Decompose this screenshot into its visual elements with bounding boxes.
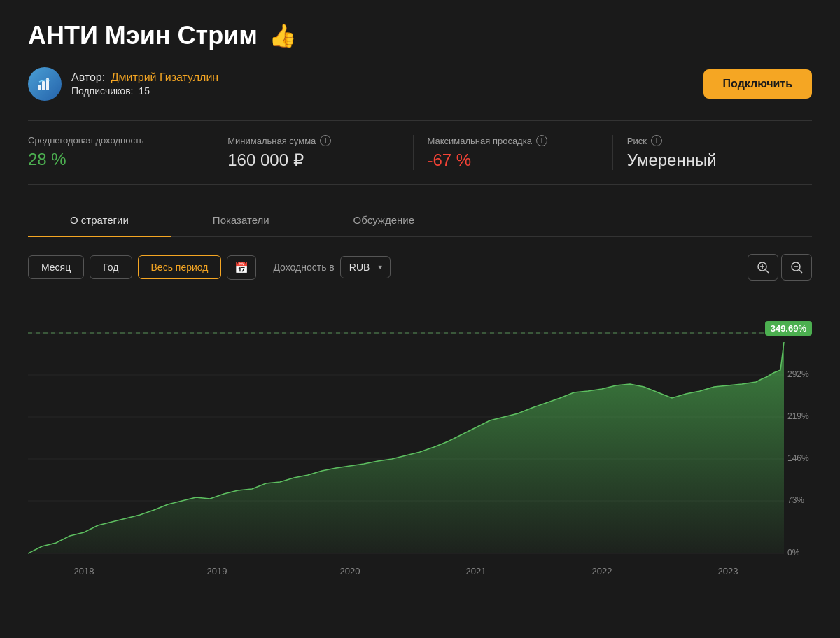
avatar (28, 67, 62, 101)
author-info: Автор: Дмитрий Гизатуллин Подписчиков: 1… (28, 67, 218, 101)
period-all-button[interactable]: Весь период (138, 255, 222, 279)
period-year-button[interactable]: Год (90, 255, 132, 279)
stat-max-drawdown: Максимальная просадка i -67 % (414, 135, 613, 170)
svg-text:146%: 146% (788, 453, 809, 463)
stat-risk-label: Риск i (627, 135, 798, 146)
svg-text:0%: 0% (788, 548, 800, 558)
svg-text:2022: 2022 (592, 566, 612, 576)
svg-line-8 (799, 270, 803, 274)
svg-marker-23 (28, 342, 784, 553)
currency-select[interactable]: RUB USD EUR (340, 256, 391, 278)
stat-risk-value: Умеренный (627, 150, 798, 170)
zoom-buttons (748, 254, 812, 281)
svg-line-4 (766, 270, 769, 274)
currency-label: Доходность в (273, 262, 334, 273)
tabs: О стратегии Показатели Обсуждение (28, 204, 812, 237)
stat-risk: Риск i Умеренный (613, 135, 812, 170)
chart-current-badge: 349.69% (765, 321, 812, 336)
svg-text:2023: 2023 (718, 566, 738, 576)
author-text: Автор: Дмитрий Гизатуллин Подписчиков: 1… (71, 71, 218, 97)
svg-text:2018: 2018 (74, 566, 94, 576)
min-sum-info-icon[interactable]: i (320, 135, 331, 146)
stat-drawdown-label: Максимальная просадка i (428, 135, 598, 146)
author-row: Автор: Дмитрий Гизатуллин Подписчиков: 1… (28, 67, 812, 101)
tab-indicators[interactable]: Показатели (171, 204, 312, 237)
stat-min-label: Минимальная сумма i (227, 135, 398, 146)
author-label-row: Автор: Дмитрий Гизатуллин (71, 71, 218, 84)
svg-text:2019: 2019 (207, 566, 227, 576)
subs-row: Подписчиков: 15 (71, 85, 218, 97)
zoom-in-button[interactable] (748, 254, 778, 281)
stat-drawdown-value: -67 % (428, 150, 598, 170)
stat-annual-return: Среднегодовая доходность 28 % (28, 135, 214, 170)
subs-label: Подписчиков: (71, 85, 133, 97)
stat-min-value: 160 000 ₽ (227, 150, 398, 170)
period-month-button[interactable]: Месяц (28, 255, 84, 279)
chart-controls: Месяц Год Весь период 📅 Доходность в RUB… (28, 254, 812, 281)
currency-wrapper: RUB USD EUR (340, 256, 391, 278)
stat-min-sum: Минимальная сумма i 160 000 ₽ (214, 135, 413, 170)
svg-rect-0 (38, 85, 41, 90)
strategy-title: АНТИ Мэин Стрим (28, 21, 258, 50)
page-title-row: АНТИ Мэин Стрим 👍 (28, 21, 812, 50)
chart-svg: 364.57% 292% 219% 146% 73% 0% 2018 2019 … (28, 295, 812, 588)
connect-button[interactable]: Подключить (704, 69, 812, 99)
svg-text:73%: 73% (788, 495, 804, 505)
zoom-out-button[interactable] (781, 254, 812, 281)
drawdown-info-icon[interactable]: i (536, 135, 547, 146)
stats-row: Среднегодовая доходность 28 % Минимальна… (28, 120, 812, 185)
risk-info-icon[interactable]: i (651, 135, 662, 146)
page-container: АНТИ Мэин Стрим 👍 Автор: Дмитрий Гизатул… (0, 0, 840, 609)
tab-strategy[interactable]: О стратегии (28, 204, 171, 237)
svg-text:2021: 2021 (466, 566, 486, 576)
svg-text:2020: 2020 (340, 566, 360, 576)
tab-discussion[interactable]: Обсуждение (312, 204, 456, 237)
calendar-button[interactable]: 📅 (227, 255, 256, 280)
svg-rect-1 (42, 81, 45, 90)
svg-text:292%: 292% (788, 369, 809, 379)
subs-count: 15 (139, 85, 150, 97)
author-prefix: Автор: (71, 71, 105, 83)
stat-annual-label: Среднегодовая доходность (28, 135, 199, 146)
author-name[interactable]: Дмитрий Гизатуллин (111, 71, 219, 83)
thumb-icon: 👍 (269, 22, 297, 49)
stat-annual-value: 28 % (28, 150, 199, 169)
chart-container: 364.57% 292% 219% 146% 73% 0% 2018 2019 … (28, 295, 812, 588)
svg-text:219%: 219% (788, 411, 809, 421)
